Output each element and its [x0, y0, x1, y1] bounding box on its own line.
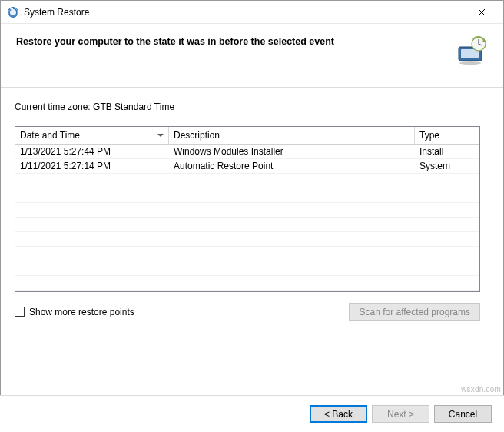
window-title: System Restore [24, 7, 466, 18]
column-header-date[interactable]: Date and Time [15, 127, 169, 144]
column-header-description[interactable]: Description [169, 127, 415, 144]
watermark: wsxdn.com [461, 385, 501, 394]
cell-type: Install [415, 145, 479, 158]
back-button[interactable]: < Back [310, 405, 367, 423]
table-row[interactable]: 1/13/2021 5:27:44 PM Windows Modules Ins… [15, 145, 479, 159]
table-row: . [15, 188, 479, 203]
main-panel: Current time zone: GTB Standard Time Dat… [1, 87, 503, 328]
cell-description: Automatic Restore Point [169, 159, 415, 173]
table-row: . [15, 247, 479, 261]
title-bar: System Restore [1, 1, 503, 24]
instruction-text: Restore your computer to the state it wa… [16, 35, 454, 47]
show-more-checkbox-wrap[interactable]: Show more restore points [15, 307, 134, 317]
table-row: . [15, 232, 479, 247]
restore-hero-icon [454, 35, 488, 65]
footer: < Back Next > Cancel [0, 395, 504, 432]
cell-description: Windows Modules Installer [169, 145, 415, 158]
table-row[interactable]: 1/11/2021 5:27:14 PM Automatic Restore P… [15, 159, 479, 174]
column-header-type[interactable]: Type [415, 127, 479, 144]
show-more-checkbox[interactable] [15, 307, 25, 317]
table-row: . [15, 261, 479, 276]
header: Restore your computer to the state it wa… [1, 24, 503, 87]
table-row: . [15, 174, 479, 188]
svg-rect-1 [10, 15, 16, 17]
cell-date: 1/13/2021 5:27:44 PM [15, 145, 169, 158]
under-table-row: Show more restore points Scan for affect… [15, 303, 480, 321]
table-row: . [15, 218, 479, 232]
cell-date: 1/11/2021 5:27:14 PM [15, 159, 169, 173]
next-button: Next > [372, 405, 429, 423]
table-header: Date and Time Description Type [15, 127, 479, 145]
cancel-button[interactable]: Cancel [434, 405, 492, 423]
timezone-label: Current time zone: GTB Standard Time [15, 101, 489, 112]
cell-type: System [415, 159, 479, 173]
close-icon [478, 6, 486, 18]
restore-points-table[interactable]: Date and Time Description Type 1/13/2021… [15, 126, 480, 292]
close-button[interactable] [466, 2, 497, 23]
svg-point-4 [459, 61, 481, 65]
table-body: 1/13/2021 5:27:44 PM Windows Modules Ins… [15, 145, 479, 292]
show-more-label: Show more restore points [29, 307, 134, 317]
scan-affected-programs-button: Scan for affected programs [349, 303, 480, 321]
system-restore-icon [7, 6, 19, 18]
table-row: . [15, 276, 479, 291]
table-row: . [15, 203, 479, 218]
